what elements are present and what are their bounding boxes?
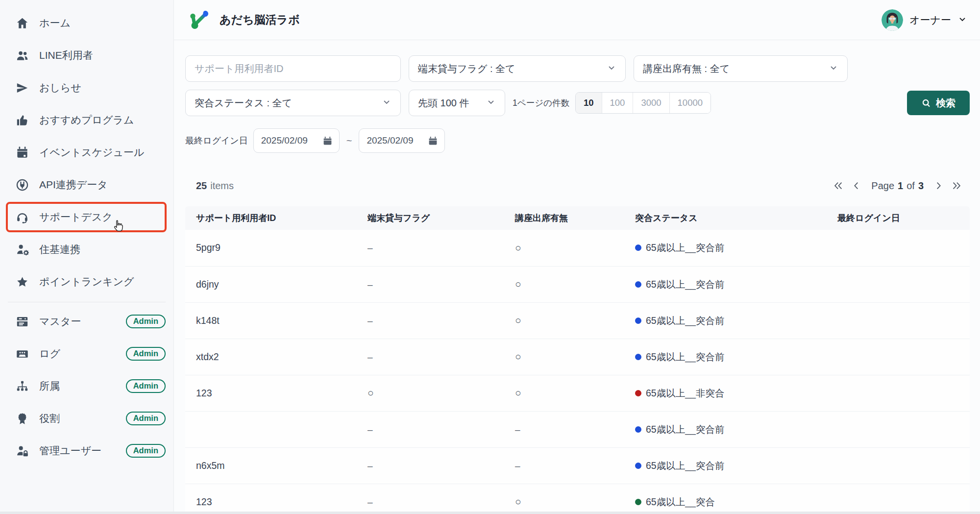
cell-attendance: ○	[504, 339, 624, 375]
status-dot-icon	[635, 463, 641, 469]
page-size-option-10000[interactable]: 10000	[669, 93, 710, 113]
col-device-flag: 端末貸与フラグ	[357, 206, 504, 230]
col-match-status: 突合ステータス	[624, 206, 827, 230]
table-row[interactable]: d6jny – ○ 65歳以上__突合前	[185, 266, 970, 302]
cell-match-status: 65歳以上__突合前	[624, 339, 827, 375]
users-icon	[15, 49, 29, 62]
sidebar-item-label: API連携データ	[39, 178, 108, 192]
sidebar-item-label: おすすめプログラム	[39, 113, 134, 127]
search-button[interactable]: 検索	[907, 91, 970, 115]
bottom-scrollbar-track[interactable]	[0, 512, 980, 514]
cell-device-flag: –	[357, 339, 504, 375]
sidebar-item-event-schedule[interactable]: イベントスケジュール	[0, 136, 173, 169]
table-row[interactable]: 123 – ○ 65歳以上__突合	[185, 484, 970, 514]
sidebar-item-label: LINE利用者	[39, 49, 93, 62]
sidebar-item-home[interactable]: ホーム	[0, 7, 173, 39]
search-button-label: 検索	[936, 97, 956, 110]
cell-attendance: ○	[504, 266, 624, 302]
main-area: あだち脳活ラボ オーナー	[174, 0, 980, 514]
content: 端末貸与フラグ : 全て 講座出席有無 : 全て 突合ステータス : 全て 先頭…	[174, 40, 980, 514]
sidebar-item-juki-link[interactable]: 住基連携	[0, 233, 173, 266]
chevron-down-icon	[957, 14, 967, 26]
table-row[interactable]: 5pgr9 – ○ 65歳以上__突合前	[185, 230, 970, 266]
status-label: 65歳以上__突合前	[646, 423, 724, 436]
sidebar-item-news[interactable]: おしらせ	[0, 72, 173, 104]
search-icon	[921, 98, 931, 108]
first-page-button[interactable]	[833, 180, 844, 191]
sidebar-divider	[8, 302, 166, 302]
chevron-down-icon	[829, 63, 838, 75]
support-users-table: サポート用利用者ID 端末貸与フラグ 講座出席有無 突合ステータス 最終ログイン…	[185, 206, 970, 514]
head-count-select[interactable]: 先頭 100 件	[409, 90, 505, 116]
cell-device-flag: –	[357, 411, 504, 447]
home-icon	[15, 16, 29, 30]
cell-match-status: 65歳以上__非突合	[624, 375, 827, 411]
status-label: 65歳以上__非突合	[646, 387, 724, 400]
cell-attendance: –	[504, 411, 624, 447]
cell-support-user-id: 5pgr9	[185, 230, 357, 266]
date-to-field[interactable]: 2025/02/09	[359, 128, 445, 153]
page-size-option-100[interactable]: 100	[602, 93, 633, 113]
status-dot-icon	[635, 390, 641, 396]
person-gear-icon	[15, 243, 29, 256]
sidebar-item-line-users[interactable]: LINE利用者	[0, 39, 173, 72]
sidebar-item-recommended-programs[interactable]: おすすめプログラム	[0, 104, 173, 136]
cell-support-user-id: xtdx2	[185, 339, 357, 375]
cell-last-login	[827, 411, 970, 447]
items-count: 25	[196, 180, 207, 192]
cell-last-login	[827, 447, 970, 484]
account-menu[interactable]: オーナー	[882, 9, 967, 31]
match-status-select[interactable]: 突合ステータス : 全て	[185, 90, 401, 116]
table-row[interactable]: 123 ○ ○ 65歳以上__非突合	[185, 375, 970, 411]
avatar	[882, 9, 903, 31]
sidebar-item-api-data[interactable]: API連携データ	[0, 169, 173, 201]
status-label: 65歳以上__突合前	[646, 459, 724, 472]
sidebar-item-admin-users[interactable]: 管理ユーザー Admin	[0, 435, 173, 467]
date-from-value: 2025/02/09	[261, 135, 308, 146]
sidebar-item-point-ranking[interactable]: ポイントランキング	[0, 266, 173, 298]
device-flag-value: 端末貸与フラグ : 全て	[418, 62, 515, 75]
col-last-login: 最終ログイン日	[827, 206, 970, 230]
cell-last-login	[827, 230, 970, 266]
status-dot-icon	[635, 318, 641, 324]
admin-badge: Admin	[126, 412, 166, 425]
status-label: 65歳以上__突合前	[646, 350, 724, 364]
sidebar-item-label: イベントスケジュール	[39, 146, 144, 159]
cell-support-user-id: k148t	[185, 302, 357, 339]
status-dot-icon	[635, 354, 641, 360]
attendance-value: 講座出席有無 : 全て	[643, 62, 730, 75]
user-lock-icon	[15, 444, 29, 458]
col-attendance: 講座出席有無	[504, 206, 624, 230]
cell-match-status: 65歳以上__突合前	[624, 447, 827, 484]
prev-page-button[interactable]	[851, 180, 862, 191]
sidebar-item-master[interactable]: マスター Admin	[0, 305, 173, 338]
date-from-field[interactable]: 2025/02/09	[253, 128, 340, 153]
next-page-button[interactable]	[933, 180, 944, 191]
last-page-button[interactable]	[951, 180, 962, 191]
table-row[interactable]: – – 65歳以上__突合前	[185, 411, 970, 447]
sidebar-item-support-desk[interactable]: サポートデスク	[6, 202, 167, 232]
page-size-option-3000[interactable]: 3000	[633, 93, 669, 113]
table-row[interactable]: k148t – ○ 65歳以上__突合前	[185, 302, 970, 339]
sidebar-item-log[interactable]: ログ Admin	[0, 338, 173, 370]
cell-match-status: 65歳以上__突合前	[624, 302, 827, 339]
sidebar-item-role[interactable]: 役割 Admin	[0, 402, 173, 435]
page-size-option-10[interactable]: 10	[576, 93, 602, 113]
plug-icon	[15, 178, 29, 192]
cell-last-login	[827, 484, 970, 514]
admin-badge: Admin	[126, 347, 166, 361]
cell-match-status: 65歳以上__突合前	[624, 411, 827, 447]
status-label: 65歳以上__突合前	[646, 278, 724, 291]
filter-row-2: 突合ステータス : 全て 先頭 100 件 1ページの件数 10 100 300…	[185, 90, 970, 116]
device-flag-select[interactable]: 端末貸与フラグ : 全て	[409, 55, 626, 82]
support-user-id-input[interactable]	[185, 55, 401, 82]
table-row[interactable]: xtdx2 – ○ 65歳以上__突合前	[185, 339, 970, 375]
attendance-select[interactable]: 講座出席有無 : 全て	[634, 55, 848, 82]
log-icon	[15, 347, 29, 361]
sidebar-item-affiliation[interactable]: 所属 Admin	[0, 370, 173, 402]
cell-attendance: ○	[504, 375, 624, 411]
cell-device-flag: ○	[357, 375, 504, 411]
cell-attendance: ○	[504, 484, 624, 514]
table-row[interactable]: n6x5m – – 65歳以上__突合前	[185, 447, 970, 484]
cell-match-status: 65歳以上__突合	[624, 484, 827, 514]
